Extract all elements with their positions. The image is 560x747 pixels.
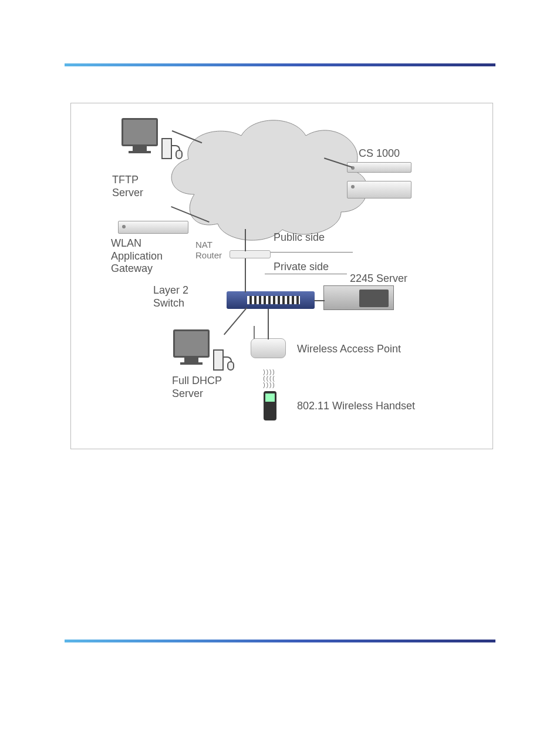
- line-switch-ap: [268, 309, 269, 339]
- line-switch-dhcp: [224, 307, 247, 335]
- 2245-server-label: 2245 Server: [350, 272, 407, 285]
- nat-router-label: NAT Router: [195, 240, 222, 261]
- cs1000-label: CS 1000: [359, 147, 400, 160]
- private-side-label: Private side: [274, 261, 329, 274]
- tftp-server-icon: [122, 118, 158, 153]
- line-public: [271, 252, 353, 253]
- nat-router-icon: [230, 250, 271, 258]
- line-switch-2245: [314, 300, 325, 301]
- dhcp-server-icon: [173, 329, 210, 365]
- tftp-server-label: TFTP Server: [112, 174, 143, 199]
- full-dhcp-label: Full DHCP Server: [172, 375, 222, 400]
- network-cloud-icon: [159, 112, 376, 247]
- wireless-handset-icon: [264, 391, 276, 420]
- wireless-handset-label: 802.11 Wireless Handset: [297, 400, 415, 413]
- header-rule: [65, 63, 495, 66]
- line-cloud-nat: [245, 229, 246, 251]
- cs1000-rack-icon: [347, 162, 411, 173]
- network-diagram: ))))(((()))) TFTP Server WLAN Applicatio…: [71, 103, 492, 449]
- public-side-label: Public side: [274, 231, 325, 244]
- layer2-switch-label: Layer 2 Switch: [153, 284, 188, 309]
- line-nat-switch: [245, 258, 246, 292]
- wireless-ap-label: Wireless Access Point: [297, 343, 401, 356]
- cs1000-rack2-icon: [347, 181, 411, 198]
- line-private: [265, 274, 347, 274]
- footer-rule: [65, 640, 495, 642]
- wlan-gateway-icon: [118, 221, 188, 234]
- layer2-switch-icon: [227, 291, 315, 309]
- wireless-signal-icon: ))))(((()))): [258, 369, 281, 390]
- 2245-server-icon: [323, 285, 394, 310]
- figure-frame: ))))(((()))) TFTP Server WLAN Applicatio…: [70, 103, 493, 449]
- wireless-ap-icon: [251, 338, 286, 358]
- wlan-gateway-label: WLAN Application Gateway: [111, 237, 163, 275]
